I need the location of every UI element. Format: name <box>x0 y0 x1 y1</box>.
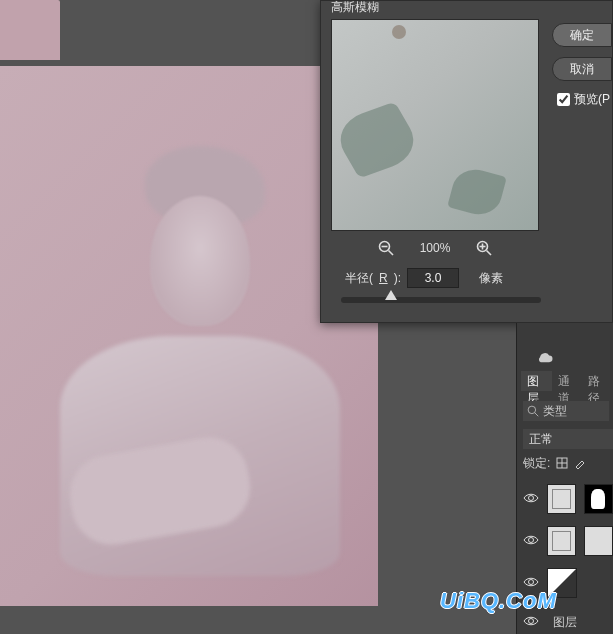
tab-layers[interactable]: 图层 <box>521 371 552 391</box>
figure-illustration <box>20 126 360 586</box>
radius-hotkey: R <box>379 271 388 285</box>
right-panels: 图层 通道 路径 类型 正常 锁定: 图层 <box>516 323 613 634</box>
layer-mask-thumbnail[interactable] <box>584 484 613 514</box>
adjustment-layer-thumbnail[interactable] <box>547 568 577 598</box>
svg-line-1 <box>388 251 393 256</box>
cancel-button[interactable]: 取消 <box>552 57 612 81</box>
canvas-top-slice <box>0 0 60 60</box>
svg-point-12 <box>529 495 534 500</box>
lock-row: 锁定: <box>523 453 613 473</box>
zoom-level: 100% <box>420 241 451 255</box>
zoom-in-icon[interactable] <box>476 240 492 256</box>
panel-tabs: 图层 通道 路径 <box>521 371 613 391</box>
tab-channels[interactable]: 通道 <box>552 371 583 391</box>
preview-label: 预览(P <box>574 91 610 108</box>
svg-point-13 <box>529 537 534 542</box>
svg-line-4 <box>487 251 492 256</box>
zoom-controls: 100% <box>331 237 539 259</box>
filter-kind: 类型 <box>543 403 567 420</box>
layer-thumbnail[interactable] <box>547 526 576 556</box>
cloud-icon[interactable] <box>535 351 555 368</box>
eye-icon[interactable] <box>523 492 539 507</box>
ok-button[interactable]: 确定 <box>552 23 612 47</box>
preview-checkbox-row[interactable]: 预览(P <box>557 91 610 108</box>
layer-row[interactable] <box>523 481 613 517</box>
svg-point-14 <box>529 579 534 584</box>
radius-label-suffix: ): <box>394 271 401 285</box>
eye-icon[interactable] <box>523 615 539 630</box>
filter-dialog: 高斯模糊 100% 半径(R): 像素 确定 取消 预览(P <box>320 0 613 323</box>
bottom-tab-layers[interactable]: 图层 <box>553 614 577 631</box>
preview-checkbox[interactable] <box>557 93 570 106</box>
layers-list <box>523 481 613 607</box>
dialog-title: 高斯模糊 <box>331 0 379 13</box>
eye-icon[interactable] <box>523 576 539 591</box>
layer-filter-row[interactable]: 类型 <box>523 401 609 421</box>
radius-input[interactable] <box>407 268 459 288</box>
radius-slider-thumb[interactable] <box>385 290 397 300</box>
radius-slider[interactable] <box>341 297 541 303</box>
blend-mode-select[interactable]: 正常 <box>523 429 613 449</box>
radius-label-prefix: 半径( <box>345 270 373 287</box>
blend-mode-value: 正常 <box>529 431 553 448</box>
layer-mask-thumbnail[interactable] <box>584 526 613 556</box>
lock-label: 锁定: <box>523 455 550 472</box>
eye-icon[interactable] <box>523 534 539 549</box>
dialog-buttons: 确定 取消 <box>552 23 612 81</box>
radius-unit: 像素 <box>479 270 503 287</box>
filter-preview[interactable] <box>331 19 539 231</box>
svg-point-15 <box>529 618 534 623</box>
radius-row: 半径(R): 像素 <box>345 267 545 289</box>
layer-row[interactable] <box>523 565 613 601</box>
search-icon <box>527 405 539 417</box>
svg-point-7 <box>528 406 536 414</box>
bottom-panel-row: 图层 <box>523 612 613 632</box>
svg-line-8 <box>535 413 538 416</box>
zoom-out-icon[interactable] <box>378 240 394 256</box>
lock-transparent-icon[interactable] <box>556 457 568 469</box>
layer-thumbnail[interactable] <box>547 484 576 514</box>
layer-row[interactable] <box>523 523 613 559</box>
tab-paths[interactable]: 路径 <box>582 371 613 391</box>
lock-brush-icon[interactable] <box>574 457 586 469</box>
